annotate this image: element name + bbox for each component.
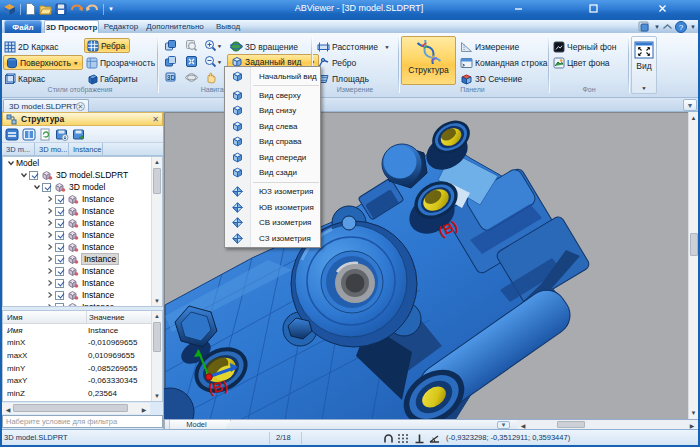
- menu-item-7[interactable]: ЮЗ изометрия: [225, 184, 320, 200]
- btn-3d-section[interactable]: 3D Сечение: [460, 71, 522, 86]
- qat-dropdown-icon[interactable]: ▼: [108, 6, 114, 12]
- tree-expander-closed-icon[interactable]: [46, 255, 54, 263]
- help-button[interactable]: ?: [675, 21, 687, 33]
- tree-checkbox[interactable]: [55, 303, 64, 308]
- tree-expander-closed-icon[interactable]: [46, 291, 54, 299]
- tree-checkbox[interactable]: [55, 243, 64, 252]
- tree-expander-closed-icon[interactable]: [46, 231, 54, 239]
- tree-node-sldprt[interactable]: 3D model.SLDPRT: [3, 169, 162, 181]
- tree-expander-closed-icon[interactable]: [46, 243, 54, 251]
- import-button[interactable]: [55, 128, 69, 141]
- prop-scrollbar-thumb[interactable]: [153, 322, 161, 352]
- tree-checkbox[interactable]: [55, 255, 64, 264]
- tree-checkbox[interactable]: [55, 279, 64, 288]
- tree-checkbox[interactable]: [55, 291, 64, 300]
- btn-area[interactable]: Площадь: [317, 71, 369, 86]
- tree-node-instance[interactable]: Instance: [3, 301, 162, 307]
- btn-wireframe[interactable]: Каркас: [4, 71, 45, 86]
- structure-panel-close-icon[interactable]: ✕: [152, 115, 159, 124]
- tab-output[interactable]: Вывод: [209, 20, 247, 33]
- tree-checkbox[interactable]: [55, 231, 64, 240]
- property-row[interactable]: ИмяInstance: [3, 324, 162, 337]
- menu-item-4[interactable]: Вид справа: [225, 134, 320, 150]
- tree-node-instance[interactable]: Instance: [3, 205, 162, 217]
- columns-view-button[interactable]: [22, 128, 36, 141]
- menu-item-1[interactable]: Вид сверху: [225, 88, 320, 104]
- btn-orbit-constrained[interactable]: [183, 70, 200, 85]
- property-row[interactable]: minZ0,23564: [3, 387, 162, 400]
- save-button[interactable]: [55, 3, 67, 15]
- zoom-in-dropdown-icon[interactable]: ▼: [217, 43, 223, 48]
- btn-zoom-in[interactable]: ▼: [202, 38, 224, 53]
- tree-checkbox[interactable]: [55, 195, 64, 204]
- tree-node-label[interactable]: Instance: [82, 266, 114, 276]
- tree-checkbox[interactable]: [55, 207, 64, 216]
- property-row[interactable]: minY-0,085269655: [3, 362, 162, 375]
- property-row[interactable]: maxX0,010969655: [3, 349, 162, 362]
- btn-3d-mode[interactable]: 3D: [162, 70, 179, 85]
- tab-3d-view[interactable]: 3D Просмотр: [44, 20, 99, 33]
- rows-view-button[interactable]: [5, 128, 19, 141]
- tree-expander-closed-icon[interactable]: [46, 303, 54, 307]
- tree-node-model[interactable]: Model: [3, 157, 162, 169]
- tree-node-label[interactable]: Instance: [82, 194, 114, 204]
- btn-command-line[interactable]: Командная строка: [460, 55, 548, 70]
- tree-expander-closed-icon[interactable]: [46, 219, 54, 227]
- tree-node-label[interactable]: 3D model: [69, 182, 105, 192]
- menu-item-9[interactable]: СВ изометрия: [225, 215, 320, 231]
- surface-dropdown-icon[interactable]: ▼: [73, 60, 79, 65]
- ortho-icon[interactable]: [414, 433, 425, 444]
- btn-dimensions[interactable]: Габариты: [86, 71, 138, 86]
- tree-node-instance[interactable]: Instance: [3, 241, 162, 253]
- tree-node-label[interactable]: Instance: [82, 230, 114, 240]
- panel-tab-instance[interactable]: Instance: [69, 143, 103, 156]
- window-list-button[interactable]: ▼: [683, 99, 697, 111]
- btn-zoom-extents[interactable]: [183, 54, 200, 69]
- tree-node-instance[interactable]: Instance: [3, 277, 162, 289]
- tree-scroll-up-icon[interactable]: ▲: [152, 159, 162, 165]
- btn-surface[interactable]: Поверхность ▼: [3, 55, 83, 70]
- undo-button[interactable]: [70, 3, 83, 15]
- tree-node-label[interactable]: Model: [16, 158, 39, 168]
- tree-node-label[interactable]: Instance: [82, 278, 114, 288]
- tree-expander-open-icon[interactable]: [20, 171, 28, 179]
- property-grid-hscrollbar[interactable]: ◀ ▶: [2, 403, 150, 414]
- distance-dropdown-icon[interactable]: ▼: [384, 44, 390, 49]
- tree-node-instance[interactable]: Instance: [3, 265, 162, 277]
- btn-structure-panel[interactable]: Структура: [401, 36, 456, 85]
- collapse-ribbon-button[interactable]: [663, 23, 672, 31]
- refresh-structure-button[interactable]: [39, 128, 52, 141]
- tree-expander-open-icon[interactable]: [7, 159, 15, 167]
- redo-button[interactable]: [86, 3, 99, 15]
- tree-node-instance[interactable]: Instance: [3, 217, 162, 229]
- menu-item-8[interactable]: ЮВ изометрия: [225, 200, 320, 216]
- tree-checkbox[interactable]: [29, 171, 38, 180]
- tree-expander-open-icon[interactable]: [33, 183, 41, 191]
- viewport-scroll-right-icon[interactable]: ▶: [688, 422, 696, 429]
- tree-expander-closed-icon[interactable]: [46, 195, 54, 203]
- btn-distance[interactable]: Расстояние ▼: [317, 39, 390, 54]
- btn-orbit-free[interactable]: [162, 54, 179, 69]
- style-dropdown-icon[interactable]: ▼: [654, 24, 660, 30]
- prop-hscrollbar-thumb[interactable]: [13, 404, 128, 412]
- tree-node-instance[interactable]: Instance: [3, 253, 162, 265]
- viewport-vscrollbar-thumb[interactable]: [690, 233, 698, 256]
- menu-item-6[interactable]: Вид сзади: [225, 165, 320, 181]
- tree-scrollbar[interactable]: ▲ ▼: [151, 157, 162, 306]
- tree-node-label[interactable]: Instance: [82, 218, 114, 228]
- document-tab[interactable]: 3D model.SLDPRT ✕: [3, 99, 89, 112]
- btn-3d-rotation[interactable]: 3D вращение: [230, 39, 298, 54]
- menu-item-10[interactable]: СЗ изометрия: [225, 231, 320, 247]
- menu-item-2[interactable]: Вид снизу: [225, 103, 320, 119]
- tree-node-label[interactable]: Instance: [82, 206, 114, 216]
- tree-checkbox[interactable]: [42, 183, 51, 192]
- btn-transparency[interactable]: Прозрачность: [86, 55, 155, 70]
- tree-expander-closed-icon[interactable]: [46, 279, 54, 287]
- prop-scroll-left-icon[interactable]: ◀: [4, 406, 12, 413]
- tree-expander-closed-icon[interactable]: [46, 207, 54, 215]
- tree-scroll-down-icon[interactable]: ▼: [152, 298, 162, 304]
- prop-scroll-down-icon[interactable]: ▼: [152, 393, 162, 399]
- tree-checkbox[interactable]: [55, 267, 64, 276]
- tab-editor[interactable]: Редактор: [101, 20, 141, 33]
- prop-scroll-up-icon[interactable]: ▲: [152, 313, 162, 319]
